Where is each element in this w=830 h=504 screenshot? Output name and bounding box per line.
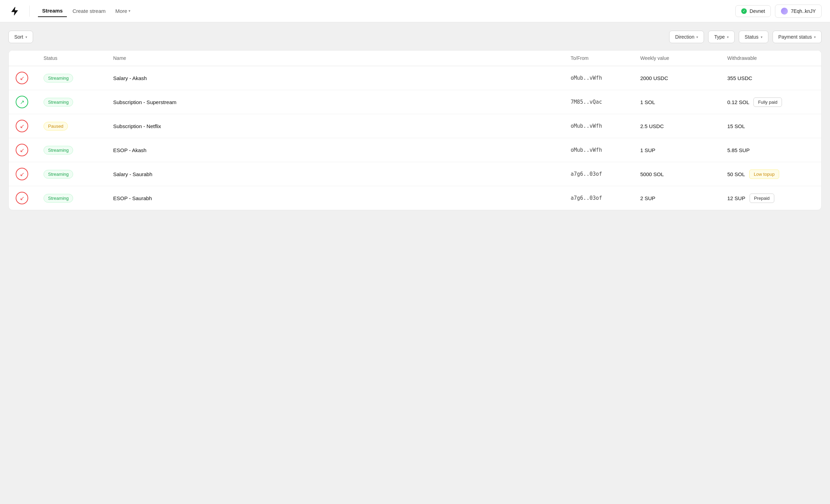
logo[interactable] xyxy=(8,5,21,17)
table-row[interactable]: ↙ Streaming Salary - Saurabh a7g6..03of … xyxy=(9,162,821,186)
nav-item-create-stream[interactable]: Create stream xyxy=(68,5,110,17)
withdrawable-value: 355 USDC xyxy=(727,75,752,81)
row-name-cell: ESOP - Saurabh xyxy=(113,195,571,201)
sort-button[interactable]: Sort ▾ xyxy=(8,31,33,43)
row-weekly-value-cell: 2000 USDC xyxy=(640,75,727,81)
row-name-cell: Subscription - Netflix xyxy=(113,123,571,129)
row-address-cell: oMub..vWfh xyxy=(571,147,640,153)
row-address-cell: a7g6..03of xyxy=(571,195,640,201)
devnet-button[interactable]: ✓ Devnet xyxy=(735,5,771,17)
row-tag-badge: Fully paid xyxy=(753,97,782,107)
row-name-cell: Salary - Akash xyxy=(113,75,571,81)
table-row[interactable]: ↙ Streaming ESOP - Saurabh a7g6..03of 2 … xyxy=(9,186,821,210)
col-name: Name xyxy=(113,55,571,61)
table-row[interactable]: ↙ Streaming ESOP - Akash oMub..vWfh 1 SU… xyxy=(9,138,821,162)
status-label: Status xyxy=(745,34,759,40)
payment-status-label: Payment status xyxy=(778,34,812,40)
wallet-avatar xyxy=(781,8,788,15)
direction-icon: ↙ xyxy=(16,120,28,132)
row-withdrawable-cell: 15 SOL xyxy=(727,123,814,129)
sort-chevron-icon: ▾ xyxy=(25,35,27,39)
table-header: Status Name To/From Weekly value Withdra… xyxy=(9,50,821,66)
main-content: Sort ▾ Direction ▾ Type ▾ Status ▾ Payme… xyxy=(0,22,830,219)
row-withdrawable-cell: 12 SUP Prepaid xyxy=(727,194,814,203)
status-badge: Streaming xyxy=(44,170,73,179)
row-withdrawable-cell: 0.12 SOL Fully paid xyxy=(727,97,814,107)
table-body: ↙ Streaming Salary - Akash oMub..vWfh 20… xyxy=(9,66,821,210)
table-row[interactable]: ↗ Streaming Subscription - Superstream 7… xyxy=(9,90,821,114)
direction-icon: ↙ xyxy=(16,192,28,204)
row-withdrawable-cell: 50 SOL Low topup xyxy=(727,170,814,179)
col-withdrawable: Withdrawable xyxy=(727,55,814,61)
row-withdrawable-cell: 355 USDC xyxy=(727,75,814,81)
row-name-cell: Subscription - Superstream xyxy=(113,99,571,105)
row-direction-cell: ↙ xyxy=(16,120,44,132)
row-status-cell: Paused xyxy=(44,122,113,131)
sort-label: Sort xyxy=(14,34,23,40)
row-address-cell: oMub..vWfh xyxy=(571,123,640,129)
direction-filter-button[interactable]: Direction ▾ xyxy=(669,31,704,43)
col-weekly-value: Weekly value xyxy=(640,55,727,61)
more-chevron-icon: ▾ xyxy=(128,9,131,13)
col-direction xyxy=(16,55,44,61)
type-chevron-icon: ▾ xyxy=(727,35,729,39)
col-status: Status xyxy=(44,55,113,61)
row-direction-cell: ↙ xyxy=(16,168,44,180)
withdrawable-value: 5.85 SUP xyxy=(727,147,750,153)
status-chevron-icon: ▾ xyxy=(761,35,762,39)
filter-bar: Sort ▾ Direction ▾ Type ▾ Status ▾ Payme… xyxy=(8,31,822,43)
row-status-cell: Streaming xyxy=(44,74,113,82)
main-nav: Streams Create stream More ▾ xyxy=(38,5,727,17)
row-direction-cell: ↙ xyxy=(16,144,44,156)
row-status-cell: Streaming xyxy=(44,98,113,107)
row-name-cell: Salary - Saurabh xyxy=(113,171,571,177)
status-badge: Paused xyxy=(44,122,68,131)
row-address-cell: a7g6..03of xyxy=(571,171,640,177)
type-filter-button[interactable]: Type ▾ xyxy=(708,31,734,43)
direction-icon: ↙ xyxy=(16,168,28,180)
type-label: Type xyxy=(714,34,725,40)
direction-icon: ↙ xyxy=(16,72,28,84)
streams-table: Status Name To/From Weekly value Withdra… xyxy=(8,50,822,210)
payment-status-filter-button[interactable]: Payment status ▾ xyxy=(773,31,822,43)
row-weekly-value-cell: 5000 SOL xyxy=(640,171,727,177)
wallet-button[interactable]: 7Eqh..knJY xyxy=(775,5,822,18)
devnet-status-icon: ✓ xyxy=(741,8,747,14)
nav-item-more[interactable]: More ▾ xyxy=(111,5,135,17)
row-weekly-value-cell: 1 SUP xyxy=(640,147,727,153)
table-row[interactable]: ↙ Paused Subscription - Netflix oMub..vW… xyxy=(9,114,821,138)
row-weekly-value-cell: 1 SOL xyxy=(640,99,727,105)
withdrawable-value: 15 SOL xyxy=(727,123,745,129)
direction-label: Direction xyxy=(675,34,694,40)
header-divider xyxy=(29,6,30,17)
col-tofrom: To/From xyxy=(571,55,640,61)
status-badge: Streaming xyxy=(44,194,73,203)
payment-status-chevron-icon: ▾ xyxy=(814,35,816,39)
direction-chevron-icon: ▾ xyxy=(696,35,698,39)
row-withdrawable-cell: 5.85 SUP xyxy=(727,147,814,153)
row-tag-badge: Low topup xyxy=(749,170,779,179)
row-status-cell: Streaming xyxy=(44,170,113,179)
row-name-cell: ESOP - Akash xyxy=(113,147,571,153)
withdrawable-value: 12 SUP xyxy=(727,195,745,201)
row-weekly-value-cell: 2.5 USDC xyxy=(640,123,727,129)
direction-icon: ↙ xyxy=(16,144,28,156)
devnet-label: Devnet xyxy=(750,8,765,14)
wallet-address: 7Eqh..knJY xyxy=(791,8,816,14)
row-status-cell: Streaming xyxy=(44,194,113,203)
status-badge: Streaming xyxy=(44,74,73,82)
header: Streams Create stream More ▾ ✓ Devnet 7E… xyxy=(0,0,830,22)
withdrawable-value: 0.12 SOL xyxy=(727,99,749,105)
row-status-cell: Streaming xyxy=(44,146,113,155)
nav-item-streams[interactable]: Streams xyxy=(38,5,67,17)
status-badge: Streaming xyxy=(44,146,73,155)
row-weekly-value-cell: 2 SUP xyxy=(640,195,727,201)
table-row[interactable]: ↙ Streaming Salary - Akash oMub..vWfh 20… xyxy=(9,66,821,90)
row-direction-cell: ↙ xyxy=(16,72,44,84)
row-address-cell: 7M85..vQac xyxy=(571,99,640,105)
withdrawable-value: 50 SOL xyxy=(727,171,745,177)
row-address-cell: oMub..vWfh xyxy=(571,75,640,81)
row-direction-cell: ↗ xyxy=(16,96,44,108)
status-badge: Streaming xyxy=(44,98,73,107)
status-filter-button[interactable]: Status ▾ xyxy=(739,31,768,43)
